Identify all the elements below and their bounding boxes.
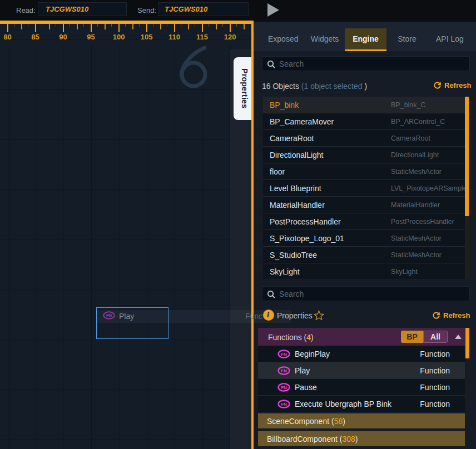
svg-text:FN: FN bbox=[281, 385, 287, 390]
svg-text:FN: FN bbox=[281, 368, 287, 373]
svg-text:FN: FN bbox=[281, 402, 287, 407]
svg-text:FN: FN bbox=[281, 352, 287, 357]
